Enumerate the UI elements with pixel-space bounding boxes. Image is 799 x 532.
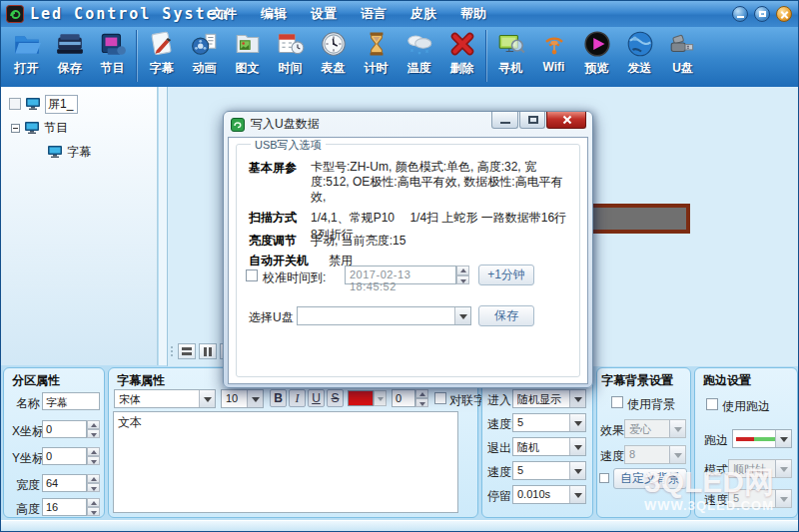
tree-checkbox[interactable]	[9, 98, 21, 110]
datetime-stepper[interactable]	[456, 266, 469, 284]
save-button[interactable]: 保存	[478, 305, 534, 326]
toolbar-timer-button[interactable]: 计时	[355, 29, 398, 77]
underline-button[interactable]: U	[308, 389, 325, 407]
tree-item-subtitle[interactable]: 字幕	[47, 143, 91, 161]
toolbar-temperature-button[interactable]: 温度	[398, 29, 440, 77]
brightness-text: 手动, 当前亮度:15	[311, 233, 405, 250]
toolbar-preview-button[interactable]: 预览	[575, 29, 618, 77]
use-edge-checkbox[interactable]	[706, 398, 718, 410]
font-select[interactable]: 宋体	[114, 389, 216, 408]
bg-effect-select[interactable]: 爱心	[624, 419, 686, 438]
couplet-checkbox[interactable]	[434, 392, 446, 404]
toolbar-wifi-button[interactable]: Wifi	[532, 29, 575, 74]
restore-icon[interactable]	[754, 6, 770, 22]
basic-params-label: 基本屏参	[249, 160, 311, 205]
panel-title: 分区属性	[12, 372, 60, 389]
tree-item-label[interactable]: 屏1_	[45, 95, 78, 114]
use-background-checkbox[interactable]	[611, 396, 623, 408]
toolbar-grip[interactable]	[171, 346, 173, 356]
toolbar-find-device-button[interactable]: 寻机	[489, 29, 532, 77]
write-usb-dialog: 写入U盘数据 USB写入选项 基本屏参 卡型号:ZH-Um, 颜色模式:单色, …	[223, 111, 593, 388]
tree-item-label[interactable]: 节目	[44, 120, 68, 137]
width-stepper[interactable]	[87, 474, 100, 492]
height-stepper[interactable]	[87, 498, 100, 516]
exit-effect-select[interactable]: 随机	[512, 437, 586, 456]
minimize-icon[interactable]	[732, 6, 748, 22]
usb-icon	[668, 29, 698, 59]
chevron-down-icon	[669, 446, 685, 463]
strikethrough-button[interactable]: S	[327, 389, 344, 407]
edge-mode-select[interactable]: 顺时针	[728, 459, 792, 478]
width-input[interactable]: 64	[42, 474, 87, 492]
bg-effect-label: 效果	[600, 422, 624, 439]
bold-button[interactable]: B	[270, 389, 287, 407]
use-background-label: 使用背景	[627, 396, 675, 413]
stay-time-select[interactable]: 0.010s	[512, 485, 586, 504]
custom-bg-checkbox[interactable]	[599, 473, 609, 483]
select-usb-label: 选择U盘	[249, 309, 294, 326]
led-screen-preview[interactable]	[578, 204, 690, 234]
chevron-down-icon	[569, 438, 585, 455]
italic-button[interactable]: I	[289, 389, 306, 407]
toolbar-time-button[interactable]: 时间	[269, 29, 312, 77]
tree-canvas-splitter[interactable]	[159, 87, 167, 365]
height-input[interactable]: 16	[42, 498, 87, 516]
subtitle-icon	[147, 29, 177, 59]
font-color-swatch[interactable]	[348, 390, 374, 406]
name-label: 名称	[16, 395, 40, 412]
name-input[interactable]: 字幕	[42, 392, 100, 410]
find-device-icon	[496, 29, 526, 59]
usb-drive-select[interactable]	[297, 306, 471, 325]
add-minute-button[interactable]: +1分钟	[478, 265, 534, 285]
calibrate-time-checkbox[interactable]	[246, 269, 258, 281]
tree-item-program[interactable]: 节目	[11, 119, 68, 137]
use-edge-label: 使用跑边	[722, 398, 770, 415]
toolbar-send-button[interactable]: 发送	[618, 29, 661, 77]
dialog-maximize-icon[interactable]	[519, 112, 545, 129]
toolbar-subtitle-button[interactable]: 字幕	[140, 29, 183, 77]
stroke-input[interactable]: 0	[392, 389, 415, 407]
toolbar-open-button[interactable]: 打开	[5, 29, 48, 77]
menu-item-edit[interactable]: 编辑	[261, 5, 287, 23]
layout-columns-icon[interactable]	[199, 343, 217, 359]
dialog-titlebar[interactable]: 写入U盘数据	[224, 112, 592, 137]
toolbar-clock-dial-button[interactable]: 表盘	[312, 29, 355, 77]
collapse-icon[interactable]	[11, 124, 20, 133]
datetime-input[interactable]: 2017-02-13 18:45:52	[345, 266, 456, 284]
stroke-stepper[interactable]	[415, 389, 428, 407]
enter-speed-select[interactable]: 5	[512, 413, 586, 432]
menu-item-settings[interactable]: 设置	[311, 5, 337, 23]
toolbar-program-button[interactable]: 节目	[91, 29, 134, 77]
tree-item-screen1[interactable]: 屏1_	[9, 95, 78, 113]
color-dropdown-icon[interactable]	[374, 390, 387, 406]
custom-background-button[interactable]: 自定义背景	[613, 468, 687, 489]
tree-item-label[interactable]: 字幕	[67, 144, 91, 161]
menu-item-file[interactable]: 文件	[211, 5, 237, 23]
preview-icon	[582, 29, 612, 59]
dialog-minimize-icon[interactable]	[491, 112, 518, 129]
edge-speed-select[interactable]: 5	[728, 489, 792, 508]
font-size-select[interactable]: 10	[221, 389, 264, 408]
edge-style-select[interactable]	[732, 429, 792, 448]
menu-item-skin[interactable]: 皮肤	[410, 5, 436, 23]
layout-rows-icon[interactable]	[178, 343, 196, 359]
dialog-close-icon[interactable]	[546, 112, 586, 129]
menu-item-language[interactable]: 语言	[361, 5, 387, 23]
close-icon[interactable]	[776, 6, 792, 22]
x-stepper[interactable]	[87, 420, 100, 438]
height-label: 高度	[16, 501, 40, 518]
menu-item-help[interactable]: 帮助	[460, 5, 486, 23]
partition-properties-panel: 分区属性 名称 字幕 X坐标 0 Y坐标 0 宽度 64 高度 16	[3, 367, 105, 518]
exit-speed-select[interactable]: 5	[512, 461, 586, 480]
bg-speed-select[interactable]: 8	[624, 445, 686, 464]
toolbar-graphics-button[interactable]: 图文	[226, 29, 269, 77]
x-input[interactable]: 0	[42, 420, 87, 438]
subtitle-text-input[interactable]: 文本	[113, 411, 458, 513]
toolbar-delete-button[interactable]: 删除	[440, 29, 483, 77]
y-stepper[interactable]	[87, 447, 100, 465]
y-input[interactable]: 0	[42, 447, 87, 465]
toolbar-animation-button[interactable]: 动画	[183, 29, 226, 77]
toolbar-save-button[interactable]: 保存	[48, 29, 91, 77]
toolbar-usb-button[interactable]: U盘	[661, 29, 704, 77]
enter-effect-select[interactable]: 随机显示	[512, 389, 586, 408]
